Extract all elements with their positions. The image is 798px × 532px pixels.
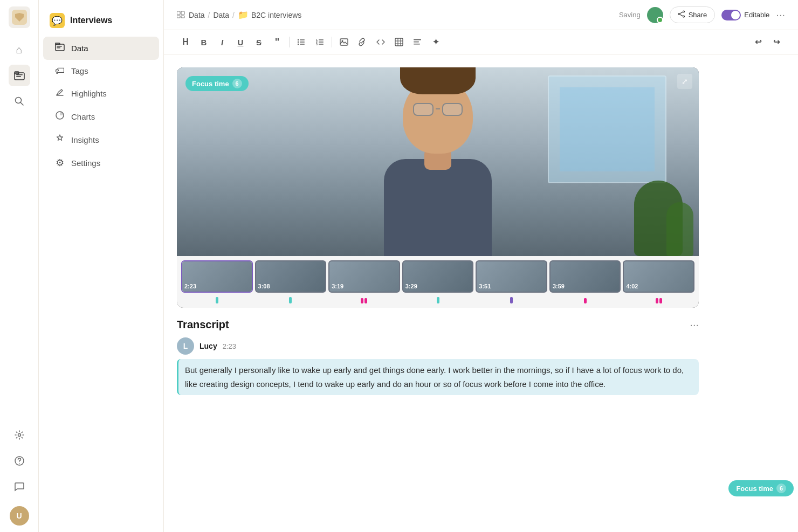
sidebar-item-data[interactable]: Data	[43, 37, 159, 60]
svg-rect-16	[181, 16, 184, 18]
video-player[interactable]: Focus time 6 ⤢	[177, 67, 699, 256]
editable-label: Editable	[744, 11, 769, 19]
svg-rect-4	[16, 76, 21, 77]
svg-point-22	[298, 42, 299, 43]
thumb-markers-0	[216, 296, 218, 303]
settings-gear-icon[interactable]	[9, 424, 30, 446]
toggle-track[interactable]	[721, 10, 741, 20]
thumbnail-0: 2:23	[181, 260, 253, 303]
italic-button[interactable]: I	[214, 33, 231, 51]
right-panel: Focus time 6	[712, 54, 798, 532]
main-content: Data / Data / 📁 B2C interviews Saving	[164, 0, 798, 532]
image-button[interactable]	[335, 33, 353, 51]
underline-button[interactable]: U	[232, 33, 249, 51]
heading-button[interactable]: H	[177, 33, 194, 51]
transcript-header: Transcript ···	[177, 319, 699, 331]
embed-button[interactable]	[372, 33, 389, 51]
thumb-image-2[interactable]: 3:19	[328, 260, 400, 293]
breadcrumb-sep2: /	[232, 11, 235, 19]
svg-rect-25	[300, 44, 305, 45]
focus-tag-count: 6	[232, 79, 242, 88]
expand-button[interactable]: ⤢	[677, 74, 692, 89]
search-icon[interactable]	[9, 91, 30, 112]
align-button[interactable]	[409, 33, 426, 51]
breadcrumb-folder: 📁 B2C interviews	[238, 10, 301, 20]
transcript-section: Transcript ··· L Lucy 2:23 But generally…	[177, 314, 699, 399]
quote-button[interactable]: "	[269, 33, 286, 51]
sidebar-item-highlights[interactable]: Highlights	[43, 82, 159, 105]
thumb-image-5[interactable]: 3:59	[549, 260, 621, 293]
thumbnail-strip: 2:23 3:08	[177, 256, 699, 308]
breadcrumb-sep1: /	[208, 11, 210, 19]
sidebar-item-charts[interactable]: Charts	[43, 105, 159, 128]
more-options-button[interactable]: ···	[776, 9, 785, 21]
sidebar-item-tags[interactable]: 🏷 Tags	[43, 60, 159, 82]
thumb-image-4[interactable]: 3:51	[476, 260, 547, 293]
speaker-timestamp: 2:23	[223, 342, 236, 350]
link-button[interactable]	[354, 33, 371, 51]
svg-text:3.: 3.	[316, 43, 319, 46]
video-focus-tag[interactable]: Focus time 6	[185, 76, 249, 91]
data-folder-icon[interactable]	[9, 65, 30, 86]
numbered-list-button[interactable]: 1. 2. 3.	[311, 33, 328, 51]
topbar-actions: Saving Share Editable	[619, 6, 785, 23]
ai-button[interactable]: ✦	[427, 33, 444, 51]
table-button[interactable]	[390, 33, 408, 51]
transcript-title: Transcript	[177, 319, 229, 331]
svg-rect-3	[16, 74, 23, 75]
highlights-icon	[54, 87, 66, 100]
home-icon[interactable]: ⌂	[9, 39, 30, 60]
thumb-time-3: 3:29	[405, 283, 417, 289]
speaker-name: Lucy	[200, 342, 217, 350]
transcript-more-button[interactable]: ···	[690, 319, 699, 331]
svg-rect-31	[319, 44, 324, 45]
topbar-user-avatar	[647, 7, 663, 23]
breadcrumb: Data / Data / 📁 B2C interviews	[177, 10, 615, 20]
share-button[interactable]: Share	[670, 6, 716, 23]
bullet-list-button[interactable]	[293, 33, 310, 51]
insights-icon	[54, 134, 66, 146]
undo-button[interactable]: ↩	[749, 33, 767, 51]
svg-rect-15	[177, 16, 180, 18]
bold-button[interactable]: B	[195, 33, 212, 51]
thumb-time-2: 3:19	[332, 283, 343, 289]
thumb-markers-1	[289, 296, 292, 303]
comment-icon[interactable]	[9, 476, 30, 498]
sidebar-item-settings-label: Settings	[71, 158, 100, 168]
folder-icon: 📁	[238, 10, 249, 20]
sidebar-header: 💬 Interviews	[39, 9, 163, 37]
sidebar-item-settings[interactable]: ⚙ Settings	[43, 151, 159, 174]
thumbnail-3: 3:29	[402, 260, 474, 303]
thumb-image-1[interactable]: 3:08	[255, 260, 327, 293]
redo-button[interactable]: ↪	[768, 33, 785, 51]
annotation-label: Focus time	[736, 485, 773, 493]
thumbnail-6: 4:02	[623, 260, 694, 303]
svg-point-20	[298, 39, 299, 40]
saving-status: Saving	[619, 11, 641, 19]
thumb-image-0[interactable]: 2:23	[181, 260, 253, 293]
thumb-image-6[interactable]: 4:02	[623, 260, 694, 293]
icon-rail: ⌂ U	[0, 0, 39, 532]
svg-rect-29	[319, 42, 324, 43]
toolbar-separator-2	[332, 37, 332, 47]
svg-rect-36	[414, 42, 419, 43]
content-area: Focus time 6 ⤢ 2:23	[164, 54, 798, 532]
sidebar-item-insights[interactable]: Insights	[43, 128, 159, 151]
toggle-thumb	[731, 11, 740, 19]
marker-teal-1	[289, 297, 292, 303]
annotation-focus-tag[interactable]: Focus time 6	[728, 480, 794, 496]
charts-icon	[54, 110, 66, 123]
svg-point-8	[19, 463, 20, 464]
marker-teal-3	[437, 297, 439, 303]
app-logo	[9, 6, 30, 28]
editor[interactable]: Focus time 6 ⤢ 2:23	[164, 54, 712, 532]
marker-pink-6a	[656, 298, 658, 303]
marker-teal	[216, 297, 218, 303]
strikethrough-button[interactable]: S	[250, 33, 267, 51]
editable-toggle[interactable]: Editable	[721, 10, 769, 20]
svg-rect-34	[395, 38, 403, 46]
thumb-image-3[interactable]: 3:29	[402, 260, 474, 293]
help-icon[interactable]	[9, 450, 30, 472]
breadcrumb-folder-name: B2C interviews	[251, 11, 301, 19]
user-avatar-rail[interactable]: U	[10, 506, 29, 526]
